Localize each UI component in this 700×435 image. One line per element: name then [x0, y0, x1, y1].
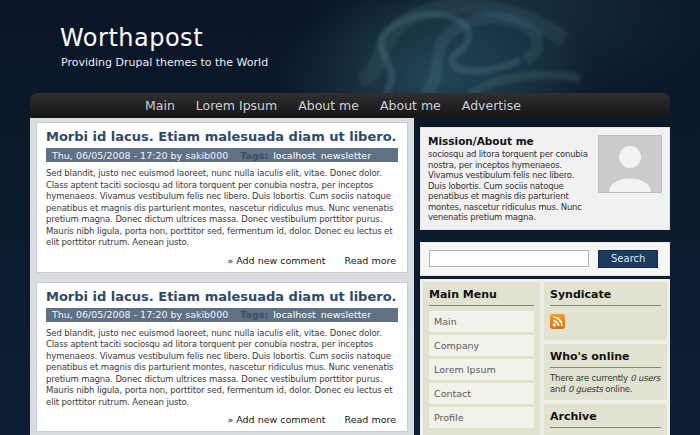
- post-title[interactable]: Morbi id lacus. Etiam malesuada diam ut …: [46, 289, 398, 304]
- search-button[interactable]: Search: [598, 250, 658, 268]
- tag-link-newsletter[interactable]: newsletter: [321, 150, 371, 161]
- post-date: Thu, 06/05/2008 - 17:20 by sakib000: [52, 309, 228, 320]
- post-teaser: Sed blandit, justo nec euismod laoreet, …: [46, 328, 398, 409]
- main-navigation: Main Lorem Ipsum About me About me Adver…: [30, 93, 670, 118]
- search-block: Search: [420, 242, 670, 276]
- post-card-2: Morbi id lacus. Etiam malesuada diam ut …: [36, 282, 408, 433]
- archive-title: Archive: [550, 410, 661, 428]
- menu-column-left: Main Menu Main Company Lorem Ipsum Conta…: [423, 282, 540, 435]
- main-menu-title: Main Menu: [429, 288, 534, 306]
- post-title[interactable]: Morbi id lacus. Etiam malesuada diam ut …: [46, 129, 398, 144]
- post-links-row: » Add new comment Read more: [48, 255, 396, 266]
- avatar: [598, 135, 662, 193]
- smoke-decoration: [330, 0, 700, 93]
- site-name[interactable]: Worthapost: [60, 24, 203, 52]
- whos-online-text: There are currently 0 users and 0 guests…: [550, 373, 661, 395]
- main-menu-item-main[interactable]: Main: [429, 311, 534, 332]
- site-tagline: Providing Drupal themes to the World: [61, 56, 268, 69]
- read-more-link[interactable]: Read more: [345, 255, 397, 266]
- nav-item-about-me-1[interactable]: About me: [298, 98, 359, 113]
- menu-column-right: Syndicate: [544, 282, 667, 435]
- mission-block: Mission/About me sociosqu ad litora torq…: [420, 127, 670, 230]
- post-meta-bar: Thu, 06/05/2008 - 17:20 by sakib000 Tags…: [46, 148, 398, 162]
- nav-item-lorem-ipsum[interactable]: Lorem Ipsum: [196, 98, 277, 113]
- guests-count: 0 guests: [568, 384, 603, 394]
- search-input[interactable]: [429, 250, 589, 267]
- tag-link-newsletter[interactable]: newsletter: [321, 309, 371, 320]
- sidebar-menus: Main Menu Main Company Lorem Ipsum Conta…: [420, 279, 670, 435]
- tags-label: Tags:: [240, 309, 268, 320]
- post-date: Thu, 06/05/2008 - 17:20 by sakib000: [52, 150, 228, 161]
- mission-body: sociosqu ad litora torquent per conubia …: [428, 149, 596, 223]
- main-menu-block: Main Menu Main Company Lorem Ipsum Conta…: [423, 282, 540, 435]
- tags-label: Tags:: [240, 150, 268, 161]
- whos-online-pre: There are currently: [550, 373, 630, 383]
- archive-block: Archive ➔ June, 2008 (8) ➔ January, 2009…: [544, 404, 667, 435]
- syndicate-block: Syndicate: [544, 282, 667, 340]
- main-menu-item-profile[interactable]: Profile: [429, 407, 534, 428]
- nav-item-advertise[interactable]: Advertise: [462, 98, 521, 113]
- post-links-row: » Add new comment Read more: [48, 414, 396, 425]
- main-menu-item-lorem-ipsum[interactable]: Lorem Ipsum: [429, 359, 534, 380]
- read-more-link[interactable]: Read more: [345, 414, 397, 425]
- whos-online-block: Who's online There are currently 0 users…: [544, 344, 667, 400]
- main-menu-item-company[interactable]: Company: [429, 335, 534, 356]
- syndicate-title: Syndicate: [550, 288, 661, 306]
- whos-online-post: online.: [603, 384, 633, 394]
- post-card-1: Morbi id lacus. Etiam malesuada diam ut …: [36, 122, 408, 273]
- content-area: Morbi id lacus. Etiam malesuada diam ut …: [30, 118, 670, 435]
- site-header: Worthapost Providing Drupal themes to th…: [0, 0, 700, 93]
- whos-online-mid: and: [550, 384, 568, 394]
- person-icon: [599, 136, 661, 192]
- post-teaser: Sed blandit, justo nec euismod laoreet, …: [46, 168, 398, 249]
- add-comment-link[interactable]: » Add new comment: [227, 414, 325, 425]
- post-meta-bar: Thu, 06/05/2008 - 17:20 by sakib000 Tags…: [46, 308, 398, 322]
- sidebar: Mission/About me sociosqu ad litora torq…: [420, 118, 670, 435]
- nav-item-about-me-2[interactable]: About me: [380, 98, 441, 113]
- users-count: 0 users: [630, 373, 660, 383]
- whos-online-title: Who's online: [550, 350, 661, 368]
- nav-item-main[interactable]: Main: [145, 98, 175, 113]
- post-list: Morbi id lacus. Etiam malesuada diam ut …: [30, 118, 414, 435]
- rss-feed-icon[interactable]: [550, 314, 565, 333]
- main-menu-item-contact[interactable]: Contact: [429, 383, 534, 404]
- page: Worthapost Providing Drupal themes to th…: [0, 0, 700, 435]
- tag-link-localhost[interactable]: localhost: [273, 150, 316, 161]
- tag-link-localhost[interactable]: localhost: [273, 309, 316, 320]
- add-comment-link[interactable]: » Add new comment: [227, 255, 325, 266]
